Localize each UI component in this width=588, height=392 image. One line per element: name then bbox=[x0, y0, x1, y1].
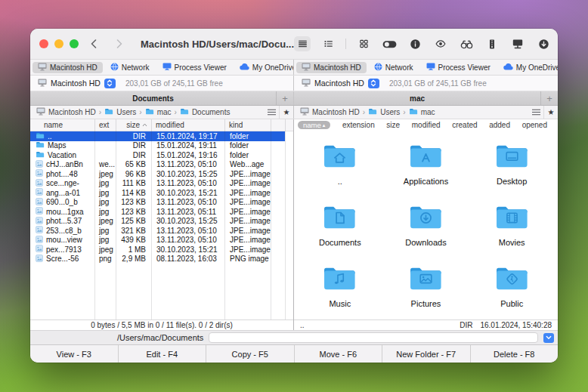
column-header-kind[interactable]: kind bbox=[224, 121, 271, 129]
drive-select-stepper[interactable] bbox=[368, 79, 379, 88]
file-row[interactable]: VacationDIR15.01.2024, 19:16folder bbox=[30, 150, 285, 160]
column-header-modified[interactable]: modified bbox=[151, 121, 224, 129]
column-header-name[interactable]: name bbox=[30, 121, 94, 129]
file-size: 123 KB bbox=[116, 208, 151, 216]
binoculars-icon[interactable] bbox=[458, 36, 475, 51]
back-icon[interactable] bbox=[91, 39, 97, 48]
grid-item-documents[interactable]: Documents bbox=[297, 202, 383, 264]
command-input[interactable] bbox=[209, 332, 538, 343]
column-header-extension[interactable]: extension bbox=[342, 121, 375, 129]
file-row[interactable]: pex...7913jpeg1 MB30.10.2023, 15:21JPE..… bbox=[30, 245, 285, 255]
favorite-macintosh-hd[interactable]: Macintosh HD bbox=[32, 62, 103, 73]
network-drive-icon[interactable] bbox=[509, 36, 526, 51]
tab-mac[interactable]: mac bbox=[294, 94, 540, 103]
command-path-label: /Users/mac/Documents bbox=[117, 333, 203, 342]
favorite-network[interactable]: Network bbox=[369, 62, 419, 73]
command-history-dropdown[interactable] bbox=[543, 333, 554, 343]
detail-view-icon[interactable] bbox=[320, 36, 336, 51]
favorite-process-viewer[interactable]: Process Viewer bbox=[421, 62, 496, 73]
tab-documents[interactable]: Documents bbox=[30, 94, 276, 103]
column-header-created[interactable]: created bbox=[452, 121, 477, 129]
list-view-icon[interactable] bbox=[294, 36, 311, 51]
column-header-size[interactable]: size bbox=[116, 121, 151, 129]
column-header-name[interactable]: name▴ bbox=[298, 121, 330, 129]
file-row[interactable]: phot...5.37jpeg125 KB30.10.2023, 15:25JP… bbox=[30, 217, 285, 227]
close-button[interactable] bbox=[39, 39, 48, 48]
column-header-size[interactable]: size bbox=[386, 121, 400, 129]
file-row[interactable]: sce...nge-jpg111 KB13.11.2023, 05:10JPE.… bbox=[30, 179, 285, 189]
forward-icon[interactable] bbox=[116, 39, 122, 48]
file-row[interactable]: mou...1gxajpg123 KB13.11.2023, 05:11JPE.… bbox=[30, 207, 285, 217]
file-ext: jpg bbox=[94, 198, 116, 206]
file-kind: JPE...image bbox=[224, 217, 271, 225]
breadcrumb-segment[interactable]: Macintosh HD bbox=[36, 107, 96, 117]
favorites-star-icon[interactable]: ★ bbox=[543, 106, 558, 119]
new-tab-button[interactable]: + bbox=[276, 91, 293, 105]
file-name: 253...c8_b bbox=[46, 227, 82, 235]
panes: nameextsizemodifiedkind ..DIR15.01.2024,… bbox=[30, 119, 558, 330]
zoom-button[interactable] bbox=[70, 39, 79, 48]
file-row[interactable]: phot....48jpeg96 KB30.10.2023, 15:25JPE.… bbox=[30, 169, 285, 179]
grid-item-downloads[interactable]: Downloads bbox=[383, 202, 469, 264]
column-header-modified[interactable]: modified bbox=[412, 121, 441, 129]
grid-item-music[interactable]: Music bbox=[297, 264, 383, 319]
file-ext: we... bbox=[94, 160, 116, 168]
grid-item-public[interactable]: Public bbox=[469, 264, 555, 319]
favorites-right: Macintosh HDNetworkProcess ViewerMy OneD… bbox=[294, 60, 558, 75]
favorite-process-viewer[interactable]: Process Viewer bbox=[157, 62, 232, 73]
breadcrumb-segment[interactable]: Documents bbox=[180, 108, 231, 116]
folder-icon bbox=[36, 132, 45, 140]
favorite-macintosh-hd[interactable]: Macintosh HD bbox=[296, 62, 367, 73]
info-icon[interactable] bbox=[407, 36, 423, 51]
file-modified: 13.11.2023, 05:10 bbox=[151, 160, 224, 168]
file-modified: 13.11.2023, 05:10 bbox=[151, 179, 224, 187]
column-header-ext[interactable]: ext bbox=[94, 121, 116, 129]
file-row[interactable]: MapsDIR15.01.2024, 19:11folder bbox=[30, 141, 285, 151]
column-header-added[interactable]: added bbox=[489, 121, 510, 129]
grid-item-movies[interactable]: Movies bbox=[469, 202, 555, 264]
function-button-f5[interactable]: Copy - F5 bbox=[206, 345, 295, 363]
file-row[interactable]: Scre...-56png2,9 MB08.11.2023, 16:03PNG … bbox=[30, 255, 285, 264]
favorite-my-onedrive[interactable]: My OneDrive bbox=[498, 63, 558, 73]
file-row[interactable]: 690...0_bjpg123 KB13.11.2023, 05:10JPE..… bbox=[30, 198, 285, 208]
grid-item--[interactable]: .. bbox=[297, 141, 383, 202]
function-button-f4[interactable]: Edit - F4 bbox=[119, 345, 207, 363]
file-row[interactable]: mou...viewjpg439 KB13.11.2023, 05:10JPE.… bbox=[30, 236, 285, 245]
image-file-icon bbox=[36, 188, 43, 197]
grid-item-pictures[interactable]: Pictures bbox=[383, 264, 469, 319]
breadcrumb-segment[interactable]: Users bbox=[104, 108, 136, 116]
image-file-icon bbox=[36, 245, 43, 254]
folder-label: Movies bbox=[499, 238, 525, 247]
breadcrumb-separator: › bbox=[363, 108, 365, 116]
favorites-star-icon[interactable]: ★ bbox=[279, 106, 293, 119]
new-tab-button[interactable]: + bbox=[540, 91, 558, 105]
drive-select-stepper[interactable] bbox=[104, 79, 116, 88]
minimize-button[interactable] bbox=[54, 39, 63, 48]
eye-icon[interactable] bbox=[432, 36, 449, 51]
file-row[interactable]: ..DIR15.01.2024, 19:17folder bbox=[30, 131, 285, 141]
file-modified: 15.01.2024, 19:17 bbox=[151, 132, 224, 140]
preview-toggle-icon[interactable] bbox=[381, 36, 398, 51]
grid-item-desktop[interactable]: Desktop bbox=[469, 141, 555, 202]
function-button-f6[interactable]: Move - F6 bbox=[295, 345, 383, 363]
breadcrumb-segment[interactable]: Macintosh HD bbox=[300, 107, 360, 117]
grid-view-icon[interactable] bbox=[355, 36, 372, 51]
breadcrumb-segment[interactable]: mac bbox=[145, 108, 172, 116]
drive-name: Macintosh HD bbox=[51, 79, 101, 88]
breadcrumb-segment[interactable]: Users bbox=[368, 108, 400, 116]
path-menu-icon[interactable] bbox=[264, 106, 279, 119]
file-row[interactable]: cHJ...anBnwe...65 KB13.11.2023, 05:10Web… bbox=[30, 160, 285, 170]
favorite-my-onedrive[interactable]: My OneDrive bbox=[234, 63, 294, 73]
function-button-f8[interactable]: Delete - F8 bbox=[471, 345, 559, 363]
breadcrumb-segment[interactable]: mac bbox=[409, 108, 435, 116]
archive-icon[interactable] bbox=[484, 36, 500, 51]
favorite-network[interactable]: Network bbox=[105, 62, 155, 73]
function-button-f7[interactable]: New Folder - F7 bbox=[382, 345, 471, 363]
grid-item-applications[interactable]: Applications bbox=[383, 141, 469, 202]
column-header-opened[interactable]: opened bbox=[522, 121, 547, 129]
download-icon[interactable] bbox=[535, 36, 552, 51]
file-row[interactable]: ang...a-01jpg114 KB30.10.2023, 15:21JPE.… bbox=[30, 188, 285, 198]
function-button-f3[interactable]: View - F3 bbox=[30, 345, 119, 363]
file-row[interactable]: 253...c8_bjpg321 KB13.11.2023, 05:10JPE.… bbox=[30, 226, 285, 236]
path-menu-icon[interactable] bbox=[528, 106, 543, 119]
